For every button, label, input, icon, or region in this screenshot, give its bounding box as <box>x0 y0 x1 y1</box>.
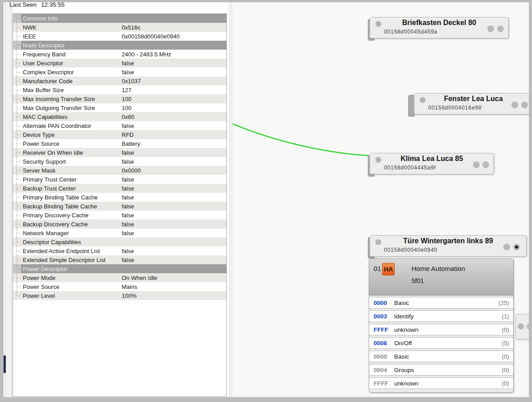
network-graph-view[interactable]: Briefkasten Deckel 80 00158d00045d459a F… <box>233 2 529 397</box>
device-id: 5f01 <box>412 277 424 284</box>
node-body[interactable]: Türe Wintergarten links 89 00158d00040e0… <box>370 235 527 257</box>
property-row[interactable]: Frequency Band2400 - 2483.5 MHz <box>13 50 226 59</box>
property-label: Power Descriptor <box>21 266 122 272</box>
section-header-row[interactable]: Node Descriptor <box>13 41 226 50</box>
property-label: Descriptor Capabilities <box>21 239 122 245</box>
dock-side-rail[interactable] <box>6 2 12 397</box>
tree-branch-icon <box>13 246 21 255</box>
property-row[interactable]: Max Incoming Transfer Size100 <box>13 94 226 103</box>
property-label: IEEE <box>21 33 122 40</box>
property-row[interactable]: Server Mask0x0000 <box>13 166 226 175</box>
node-socket-icon[interactable] <box>497 25 504 32</box>
cluster-code: 0006 <box>374 340 394 347</box>
property-row[interactable]: Backup Binding Table Cachefalse <box>13 202 226 211</box>
property-value: false <box>122 185 226 192</box>
property-row[interactable]: Power Level100% <box>13 291 226 300</box>
node-socket-icon[interactable] <box>511 102 518 108</box>
property-value: false <box>122 212 226 219</box>
node-briefkasten-deckel-80[interactable]: Briefkasten Deckel 80 00158d00045d459a <box>368 17 509 42</box>
cluster-row[interactable]: 0006On/Off(5) <box>369 337 513 349</box>
node-body[interactable]: Klima Lea Luca 85 00158d0004445a9f <box>370 153 494 174</box>
tree-branch-icon <box>13 291 21 300</box>
tree-branch-icon <box>13 14 21 23</box>
node-socket-icon[interactable] <box>503 244 510 250</box>
property-row[interactable]: Device TypeRFD <box>13 130 226 139</box>
property-label: Frequency Band <box>21 51 122 58</box>
tree-branch-icon <box>13 139 21 148</box>
node-title: Briefkasten Deckel 80 <box>370 19 508 27</box>
property-label: Max Incoming Transfer Size <box>21 96 122 102</box>
property-row[interactable]: Power SourceMains <box>13 282 226 291</box>
property-row[interactable]: Alternate PAN Coordinatorfalse <box>13 121 226 130</box>
tree-branch-icon <box>13 184 21 193</box>
property-row[interactable]: Manufacturer Code0x1037 <box>13 76 226 85</box>
property-row[interactable]: Descriptor Capabilities <box>13 237 226 246</box>
property-row[interactable]: Network Managerfalse <box>13 229 226 237</box>
node-body[interactable]: Briefkasten Deckel 80 00158d00045d459a <box>370 17 509 38</box>
property-row[interactable]: Power SourceBattery <box>13 139 226 148</box>
property-value: 0x1037 <box>122 78 226 85</box>
node-socket-icon[interactable] <box>473 161 480 168</box>
tree-branch-icon <box>13 85 21 94</box>
node-socket-selected-icon[interactable] <box>513 244 520 250</box>
tree-branch-icon <box>13 121 21 130</box>
node-socket-icon[interactable] <box>518 323 524 330</box>
cluster-name: Groups <box>394 367 502 373</box>
cluster-code: FFFF <box>374 326 394 333</box>
node-socket-icon[interactable] <box>521 102 528 108</box>
property-row[interactable]: Receiver On When Idlefalse <box>13 148 226 157</box>
property-row[interactable]: Power ModeOn When Idle <box>13 273 226 282</box>
endpoint-header[interactable]: 01 HA Home Automation 5f01 <box>369 259 513 296</box>
tree-branch-icon <box>13 175 21 184</box>
property-row[interactable]: Backup Trust Centerfalse <box>13 184 226 193</box>
node-partial[interactable] <box>515 314 529 339</box>
property-row[interactable]: Extended Active Endpoint Listfalse <box>13 246 226 255</box>
property-label: Primary Trust Center <box>21 176 122 183</box>
cluster-code: 0003 <box>374 313 394 320</box>
node-body[interactable]: Fenster Lea Luca 00158d0004016e98 <box>414 93 529 114</box>
property-row[interactable]: Backup Discovery Cachefalse <box>13 220 226 229</box>
property-row[interactable]: Primary Trust Centerfalse <box>13 175 226 184</box>
tree-branch-icon <box>13 264 21 273</box>
property-row[interactable]: MAC Capabilities0x80 <box>13 112 226 121</box>
node-socket-icon[interactable] <box>487 25 494 32</box>
cluster-row[interactable]: 0000Basic(25) <box>369 297 513 309</box>
tree-branch-icon <box>13 273 21 282</box>
cluster-code: 0000 <box>374 353 394 360</box>
node-socket-icon[interactable] <box>527 323 529 330</box>
node-tuere-wintergarten-links-89[interactable]: Türe Wintergarten links 89 00158d00040e0… <box>368 235 527 261</box>
property-label: Backup Discovery Cache <box>21 221 122 228</box>
tree-branch-icon <box>13 211 21 220</box>
cluster-row[interactable]: 0003Identify(1) <box>369 310 513 322</box>
property-value: 100% <box>122 292 226 299</box>
dock-graph-splitter[interactable] <box>229 2 233 397</box>
node-klima-lea-luca-85[interactable]: Klima Lea Luca 85 00158d0004445a9f <box>368 153 494 178</box>
property-row[interactable]: NWK0x516c <box>13 23 226 32</box>
property-label: Power Level <box>21 292 122 299</box>
property-row[interactable]: User Descriptorfalse <box>13 59 226 68</box>
node-socket-icon[interactable] <box>482 161 489 168</box>
property-row[interactable]: Max Buffer Size127 <box>13 85 226 94</box>
property-label: Extended Active Endpoint List <box>21 248 122 254</box>
cluster-row[interactable]: FFFFunknown(0) <box>369 377 513 389</box>
cluster-name: On/Off <box>394 340 502 347</box>
profile-ha-badge-icon: HA <box>382 263 395 275</box>
property-row[interactable]: IEEE0x00158d00040e0940 <box>13 32 226 41</box>
cluster-row[interactable]: 0000Basic(0) <box>369 351 513 362</box>
cluster-row[interactable]: FFFFunknown(0) <box>369 324 513 335</box>
section-header-row[interactable]: Common Info <box>13 14 226 23</box>
property-row[interactable]: Security Supportfalse <box>13 157 226 166</box>
section-header-row[interactable]: Power Descriptor <box>13 264 226 273</box>
cluster-row[interactable]: 0004Groups(0) <box>369 364 513 376</box>
property-row[interactable]: Complex Descriptorfalse <box>13 68 226 76</box>
property-row[interactable]: Primary Discovery Cachefalse <box>13 211 226 220</box>
property-row[interactable]: Extended Simple Descriptor Listfalse <box>13 255 226 264</box>
node-fenster-lea-luca[interactable]: Fenster Lea Luca 00158d0004016e98 <box>408 93 529 118</box>
property-row[interactable]: Max Outgoing Transfer Size100 <box>13 103 226 112</box>
property-value: 0x80 <box>122 114 226 120</box>
node-address: 00158d00040e0940 <box>384 247 438 253</box>
cluster-name: Basic <box>394 300 498 306</box>
side-scroll-indicator[interactable] <box>4 355 6 373</box>
property-row[interactable]: Primary Binding Table Cachefalse <box>13 193 226 202</box>
node-title: Türe Wintergarten links 89 <box>370 237 526 245</box>
